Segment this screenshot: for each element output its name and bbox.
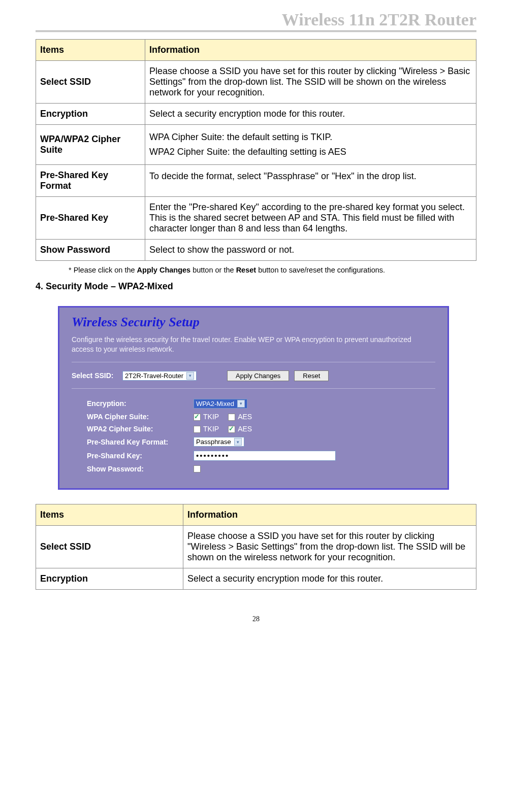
page-number: 28: [36, 615, 476, 623]
psk-input[interactable]: •••••••••: [194, 451, 336, 461]
info-cell: Select a security encryption mode for th…: [183, 568, 476, 590]
psk-row: Pre-Shared Key: •••••••••: [87, 451, 435, 461]
panel-title: Wireless Security Setup: [72, 315, 435, 330]
info-cell: Please choose a SSID you have set for th…: [183, 526, 476, 568]
table-row: Select SSID Please choose a SSID you hav…: [36, 61, 476, 104]
item-cell: Show Password: [36, 239, 145, 260]
item-cell: Pre-Shared Key: [36, 196, 145, 239]
item-cell: Encryption: [36, 568, 183, 590]
chevron-down-icon: ▾: [186, 372, 194, 380]
note-text: * Please click on the Apply Changes butt…: [69, 266, 476, 274]
ssid-row: Select SSID: 2T2R-Travel-Router ▾ Apply …: [72, 370, 435, 381]
ssid-label: Select SSID:: [72, 371, 122, 380]
wpa2-cipher-row: WPA2 Cipher Suite: TKIP AES: [87, 425, 435, 433]
table-row: Pre-Shared Key Format To decide the form…: [36, 164, 476, 196]
table-row: Encryption Select a security encryption …: [36, 104, 476, 125]
item-cell: Pre-Shared Key Format: [36, 164, 145, 196]
table-row: Select SSID Please choose a SSID you hav…: [36, 526, 476, 568]
item-cell: Select SSID: [36, 61, 145, 104]
item-cell: Select SSID: [36, 526, 183, 568]
info-cell: Select to show the password or not.: [145, 239, 476, 260]
apply-changes-button[interactable]: Apply Changes: [227, 370, 289, 381]
psk-label: Pre-Shared Key:: [87, 452, 194, 460]
ssid-select[interactable]: 2T2R-Travel-Router ▾: [122, 371, 197, 381]
table-header-items: Items: [36, 504, 183, 526]
psk-format-row: Pre-Shared Key Format: Passphrase ▾: [87, 437, 435, 447]
info-cell: Enter the "Pre-shared Key" according to …: [145, 196, 476, 239]
table-header-information: Information: [183, 504, 476, 526]
info-cell: WPA Cipher Suite: the default setting is…: [145, 125, 476, 165]
wpa-cipher-label: WPA Cipher Suite:: [87, 413, 194, 421]
wpa-cipher-row: WPA Cipher Suite: TKIP AES: [87, 413, 435, 421]
show-password-checkbox[interactable]: [194, 465, 201, 472]
table-row: Show Password Select to show the passwor…: [36, 239, 476, 260]
info-cell: Select a security encryption mode for th…: [145, 104, 476, 125]
chevron-down-icon: ▾: [237, 400, 245, 408]
info-cell: To decide the format, select "Passphrase…: [145, 164, 476, 196]
divider: [72, 388, 435, 389]
tkip-checkbox[interactable]: [194, 426, 201, 433]
psk-format-select[interactable]: Passphrase ▾: [194, 437, 244, 447]
table-header-information: Information: [145, 40, 476, 61]
section-heading: 4. Security Mode – WPA2-Mixed: [36, 281, 476, 292]
show-password-label: Show Password:: [87, 465, 194, 473]
table-header-row: Items Information: [36, 504, 476, 526]
security-setup-panel: Wireless Security Setup Configure the wi…: [58, 306, 449, 490]
reset-button[interactable]: Reset: [294, 370, 329, 381]
divider: [72, 362, 435, 362]
aes-checkbox[interactable]: [228, 426, 235, 433]
panel-description: Configure the wireless security for the …: [72, 335, 435, 355]
table-row: WPA/WPA2 Cipher Suite WPA Cipher Suite: …: [36, 125, 476, 165]
page-header-title: Wireless 11n 2T2R Router: [282, 10, 476, 29]
item-cell: Encryption: [36, 104, 145, 125]
tkip-checkbox[interactable]: [194, 414, 201, 421]
table-header-row: Items Information: [36, 40, 476, 61]
wpa2-cipher-label: WPA2 Cipher Suite:: [87, 425, 194, 433]
table-2: Items Information Select SSID Please cho…: [36, 504, 476, 590]
psk-format-label: Pre-Shared Key Format:: [87, 438, 194, 446]
table-1: Items Information Select SSID Please cho…: [36, 39, 476, 261]
item-cell: WPA/WPA2 Cipher Suite: [36, 125, 145, 165]
page-header: Wireless 11n 2T2R Router: [36, 10, 476, 32]
encryption-select[interactable]: WPA2-Mixed ▾: [194, 399, 247, 409]
table-header-items: Items: [36, 40, 145, 61]
chevron-down-icon: ▾: [234, 438, 242, 446]
encryption-label: Encryption:: [87, 399, 194, 408]
info-cell: Please choose a SSID you have set for th…: [145, 61, 476, 104]
aes-checkbox[interactable]: [228, 414, 235, 421]
show-password-row: Show Password:: [87, 465, 435, 473]
encryption-row: Encryption: WPA2-Mixed ▾: [87, 399, 435, 409]
table-row: Encryption Select a security encryption …: [36, 568, 476, 590]
table-row: Pre-Shared Key Enter the "Pre-shared Key…: [36, 196, 476, 239]
